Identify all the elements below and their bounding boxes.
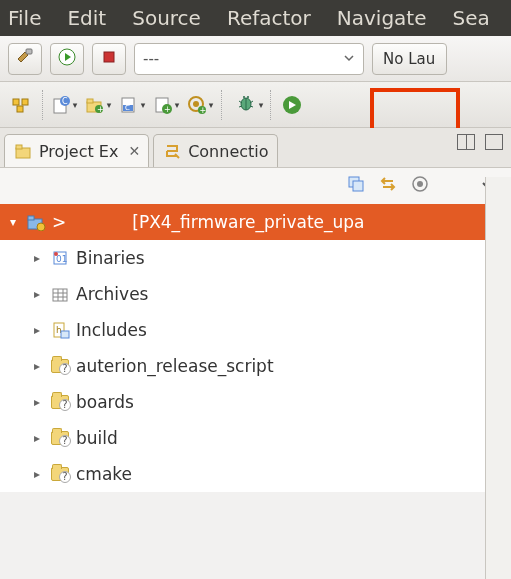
tab-project-explorer[interactable]: Project Ex ✕ <box>4 134 149 167</box>
tree-root-detail: [PX4_firmware_private_upa <box>132 212 364 232</box>
new-target-button[interactable]: + ▾ <box>185 90 215 120</box>
maximize-view-button[interactable] <box>485 134 503 150</box>
svg-text:01: 01 <box>56 254 67 264</box>
main-toolbar-1: --- No Lau <box>0 36 511 82</box>
tree-item-archives[interactable]: ▸ Archives <box>0 276 511 312</box>
folder-icon <box>50 392 70 412</box>
includes-icon: h <box>50 320 70 340</box>
collapse-all-button[interactable] <box>347 175 365 197</box>
svg-rect-33 <box>16 145 22 149</box>
view-local-toolbar <box>0 168 511 204</box>
expand-arrow-icon[interactable]: ▸ <box>30 431 44 445</box>
tree-item-label: build <box>76 428 118 448</box>
build-button[interactable] <box>8 43 42 75</box>
svg-rect-44 <box>53 289 67 301</box>
tree-item-includes[interactable]: ▸ h Includes <box>0 312 511 348</box>
folder-icon <box>50 428 70 448</box>
tree-item-label: Archives <box>76 284 148 304</box>
project-explorer-icon <box>13 141 33 161</box>
focus-task-button[interactable] <box>411 175 429 197</box>
svg-point-43 <box>54 252 58 256</box>
launch-config-combo[interactable]: --- <box>134 43 364 75</box>
svg-text:+: + <box>199 106 206 115</box>
tree-item-cmake[interactable]: ▸ cmake <box>0 456 511 492</box>
svg-rect-0 <box>26 49 32 54</box>
menu-navigate[interactable]: Navigate <box>337 6 427 30</box>
tree-item-label: Includes <box>76 320 147 340</box>
chevron-down-icon <box>343 50 355 68</box>
run-last-button[interactable] <box>277 90 307 120</box>
view-tab-row: Project Ex ✕ Connectio <box>0 128 511 168</box>
chevron-down-icon: ▾ <box>73 100 78 110</box>
play-icon <box>58 48 76 70</box>
tree-item-build[interactable]: ▸ build <box>0 420 511 456</box>
menu-source[interactable]: Source <box>132 6 201 30</box>
tree-item-binaries[interactable]: ▸ 01 Binaries <box>0 240 511 276</box>
svg-rect-35 <box>353 181 363 191</box>
launch-config-value: --- <box>143 50 159 68</box>
svg-rect-51 <box>61 331 69 338</box>
run-button[interactable] <box>50 43 84 75</box>
bug-icon <box>235 92 257 118</box>
tree-item-boards[interactable]: ▸ boards <box>0 384 511 420</box>
svg-text:C: C <box>125 104 130 112</box>
expand-arrow-icon[interactable]: ▾ <box>6 215 20 229</box>
chevron-down-icon: ▾ <box>107 100 112 110</box>
svg-rect-10 <box>87 99 93 103</box>
new-folder-button[interactable]: + ▾ <box>83 90 113 120</box>
tree-item-label: Binaries <box>76 248 145 268</box>
expand-arrow-icon[interactable]: ▸ <box>30 467 44 481</box>
tree-item-label: boards <box>76 392 134 412</box>
svg-point-37 <box>417 181 423 187</box>
project-icon <box>26 212 46 232</box>
menu-refactor[interactable]: Refactor <box>227 6 311 30</box>
chevron-down-icon: ▾ <box>141 100 146 110</box>
chevron-down-icon: ▾ <box>209 100 214 110</box>
link-editor-button[interactable] <box>379 175 397 197</box>
new-c-class-button[interactable]: C ▾ <box>49 90 79 120</box>
hammer-icon <box>15 47 35 71</box>
svg-rect-4 <box>22 99 28 105</box>
menubar: File Edit Source Refactor Navigate Sea <box>0 0 511 36</box>
tree-item-label: auterion_release_script <box>76 356 274 376</box>
svg-rect-2 <box>104 52 114 62</box>
new-c-file-button[interactable]: C ▾ <box>117 90 147 120</box>
launch-target-combo[interactable]: No Lau <box>372 43 447 75</box>
stop-button[interactable] <box>92 43 126 75</box>
editor-area-placeholder <box>485 177 511 579</box>
menu-file[interactable]: File <box>8 6 41 30</box>
svg-point-30 <box>247 96 249 98</box>
new-source-button[interactable]: + ▾ <box>151 90 181 120</box>
expand-arrow-icon[interactable]: ▸ <box>30 323 44 337</box>
svg-text:+: + <box>164 105 171 114</box>
menu-edit[interactable]: Edit <box>67 6 106 30</box>
folder-icon <box>50 356 70 376</box>
svg-rect-5 <box>17 106 23 112</box>
svg-point-29 <box>243 96 245 98</box>
binaries-icon: 01 <box>50 248 70 268</box>
minimize-view-button[interactable] <box>457 134 475 150</box>
svg-text:C: C <box>62 97 68 106</box>
debug-button[interactable]: ▾ <box>234 90 264 120</box>
expand-arrow-icon[interactable]: ▸ <box>30 395 44 409</box>
project-tree: ▾ > [PX4_firmware_private_upa ▸ 01 Binar… <box>0 204 511 492</box>
expand-arrow-icon[interactable]: ▸ <box>30 287 44 301</box>
main-toolbar-2: C ▾ + ▾ C ▾ + ▾ + ▾ ▾ <box>0 82 511 128</box>
folder-icon <box>50 464 70 484</box>
stop-icon <box>100 48 118 70</box>
tab-connections[interactable]: Connectio <box>153 134 277 167</box>
tree-root-project[interactable]: ▾ > [PX4_firmware_private_upa <box>0 204 511 240</box>
chevron-down-icon: ▾ <box>175 100 180 110</box>
expand-arrow-icon[interactable]: ▸ <box>30 359 44 373</box>
tree-item-auterion-release-script[interactable]: ▸ auterion_release_script <box>0 348 511 384</box>
expand-arrow-icon[interactable]: ▸ <box>30 251 44 265</box>
svg-rect-39 <box>28 216 34 220</box>
close-icon[interactable]: ✕ <box>128 143 140 159</box>
tree-root-prefix: > <box>52 212 66 232</box>
open-type-button[interactable] <box>6 90 36 120</box>
svg-point-40 <box>37 223 45 231</box>
tree-item-label: cmake <box>76 464 132 484</box>
svg-point-20 <box>193 101 199 107</box>
menu-search[interactable]: Sea <box>453 6 490 30</box>
svg-text:+: + <box>97 105 104 114</box>
